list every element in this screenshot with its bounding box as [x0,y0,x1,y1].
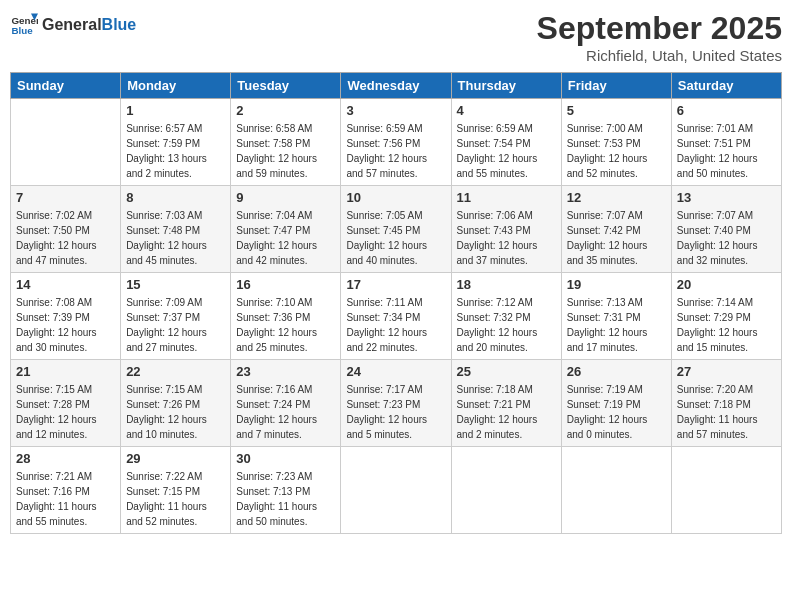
calendar-cell [341,447,451,534]
calendar-cell: 17 Sunrise: 7:11 AMSunset: 7:34 PMDaylig… [341,273,451,360]
col-thursday: Thursday [451,73,561,99]
calendar-table: Sunday Monday Tuesday Wednesday Thursday… [10,72,782,534]
day-info: Sunrise: 7:16 AMSunset: 7:24 PMDaylight:… [236,382,335,442]
col-friday: Friday [561,73,671,99]
day-info: Sunrise: 7:03 AMSunset: 7:48 PMDaylight:… [126,208,225,268]
location: Richfield, Utah, United States [537,47,782,64]
header-row: Sunday Monday Tuesday Wednesday Thursday… [11,73,782,99]
day-number: 2 [236,103,335,118]
calendar-week-2: 7 Sunrise: 7:02 AMSunset: 7:50 PMDayligh… [11,186,782,273]
day-number: 19 [567,277,666,292]
calendar-cell: 11 Sunrise: 7:06 AMSunset: 7:43 PMDaylig… [451,186,561,273]
day-info: Sunrise: 6:58 AMSunset: 7:58 PMDaylight:… [236,121,335,181]
calendar-cell: 13 Sunrise: 7:07 AMSunset: 7:40 PMDaylig… [671,186,781,273]
day-number: 22 [126,364,225,379]
calendar-cell: 28 Sunrise: 7:21 AMSunset: 7:16 PMDaylig… [11,447,121,534]
day-number: 5 [567,103,666,118]
day-number: 20 [677,277,776,292]
day-number: 14 [16,277,115,292]
title-block: September 2025 Richfield, Utah, United S… [537,10,782,64]
calendar-cell: 24 Sunrise: 7:17 AMSunset: 7:23 PMDaylig… [341,360,451,447]
day-info: Sunrise: 7:22 AMSunset: 7:15 PMDaylight:… [126,469,225,529]
day-info: Sunrise: 7:19 AMSunset: 7:19 PMDaylight:… [567,382,666,442]
day-number: 28 [16,451,115,466]
calendar-cell: 30 Sunrise: 7:23 AMSunset: 7:13 PMDaylig… [231,447,341,534]
col-saturday: Saturday [671,73,781,99]
day-number: 4 [457,103,556,118]
day-info: Sunrise: 7:14 AMSunset: 7:29 PMDaylight:… [677,295,776,355]
calendar-cell: 8 Sunrise: 7:03 AMSunset: 7:48 PMDayligh… [121,186,231,273]
calendar-cell: 7 Sunrise: 7:02 AMSunset: 7:50 PMDayligh… [11,186,121,273]
day-info: Sunrise: 6:59 AMSunset: 7:56 PMDaylight:… [346,121,445,181]
calendar-cell: 10 Sunrise: 7:05 AMSunset: 7:45 PMDaylig… [341,186,451,273]
day-info: Sunrise: 7:21 AMSunset: 7:16 PMDaylight:… [16,469,115,529]
calendar-week-3: 14 Sunrise: 7:08 AMSunset: 7:39 PMDaylig… [11,273,782,360]
day-number: 8 [126,190,225,205]
day-number: 12 [567,190,666,205]
calendar-week-4: 21 Sunrise: 7:15 AMSunset: 7:28 PMDaylig… [11,360,782,447]
calendar-cell: 23 Sunrise: 7:16 AMSunset: 7:24 PMDaylig… [231,360,341,447]
calendar-cell: 25 Sunrise: 7:18 AMSunset: 7:21 PMDaylig… [451,360,561,447]
calendar-cell: 2 Sunrise: 6:58 AMSunset: 7:58 PMDayligh… [231,99,341,186]
day-info: Sunrise: 7:04 AMSunset: 7:47 PMDaylight:… [236,208,335,268]
calendar-cell: 14 Sunrise: 7:08 AMSunset: 7:39 PMDaylig… [11,273,121,360]
day-number: 10 [346,190,445,205]
day-number: 13 [677,190,776,205]
day-info: Sunrise: 6:57 AMSunset: 7:59 PMDaylight:… [126,121,225,181]
calendar-cell: 26 Sunrise: 7:19 AMSunset: 7:19 PMDaylig… [561,360,671,447]
logo-general: General [42,16,102,33]
calendar-cell: 21 Sunrise: 7:15 AMSunset: 7:28 PMDaylig… [11,360,121,447]
day-number: 26 [567,364,666,379]
day-info: Sunrise: 7:07 AMSunset: 7:40 PMDaylight:… [677,208,776,268]
calendar-cell: 15 Sunrise: 7:09 AMSunset: 7:37 PMDaylig… [121,273,231,360]
calendar-cell: 5 Sunrise: 7:00 AMSunset: 7:53 PMDayligh… [561,99,671,186]
day-number: 7 [16,190,115,205]
day-info: Sunrise: 7:09 AMSunset: 7:37 PMDaylight:… [126,295,225,355]
day-info: Sunrise: 7:10 AMSunset: 7:36 PMDaylight:… [236,295,335,355]
calendar-cell: 12 Sunrise: 7:07 AMSunset: 7:42 PMDaylig… [561,186,671,273]
calendar-cell: 3 Sunrise: 6:59 AMSunset: 7:56 PMDayligh… [341,99,451,186]
calendar-cell [561,447,671,534]
day-number: 9 [236,190,335,205]
col-tuesday: Tuesday [231,73,341,99]
day-number: 25 [457,364,556,379]
day-info: Sunrise: 7:18 AMSunset: 7:21 PMDaylight:… [457,382,556,442]
day-number: 27 [677,364,776,379]
day-info: Sunrise: 7:17 AMSunset: 7:23 PMDaylight:… [346,382,445,442]
calendar-cell [671,447,781,534]
calendar-cell: 18 Sunrise: 7:12 AMSunset: 7:32 PMDaylig… [451,273,561,360]
day-number: 17 [346,277,445,292]
day-info: Sunrise: 7:15 AMSunset: 7:26 PMDaylight:… [126,382,225,442]
day-info: Sunrise: 7:15 AMSunset: 7:28 PMDaylight:… [16,382,115,442]
calendar-cell: 27 Sunrise: 7:20 AMSunset: 7:18 PMDaylig… [671,360,781,447]
day-number: 29 [126,451,225,466]
calendar-cell: 9 Sunrise: 7:04 AMSunset: 7:47 PMDayligh… [231,186,341,273]
day-number: 18 [457,277,556,292]
day-number: 15 [126,277,225,292]
calendar-cell: 1 Sunrise: 6:57 AMSunset: 7:59 PMDayligh… [121,99,231,186]
day-number: 16 [236,277,335,292]
day-number: 1 [126,103,225,118]
day-number: 6 [677,103,776,118]
logo-icon: General Blue [10,10,38,38]
calendar-cell: 19 Sunrise: 7:13 AMSunset: 7:31 PMDaylig… [561,273,671,360]
col-wednesday: Wednesday [341,73,451,99]
calendar-cell: 4 Sunrise: 6:59 AMSunset: 7:54 PMDayligh… [451,99,561,186]
day-info: Sunrise: 7:08 AMSunset: 7:39 PMDaylight:… [16,295,115,355]
day-info: Sunrise: 7:20 AMSunset: 7:18 PMDaylight:… [677,382,776,442]
calendar-cell [11,99,121,186]
day-number: 21 [16,364,115,379]
day-info: Sunrise: 7:07 AMSunset: 7:42 PMDaylight:… [567,208,666,268]
day-info: Sunrise: 7:05 AMSunset: 7:45 PMDaylight:… [346,208,445,268]
day-number: 30 [236,451,335,466]
col-monday: Monday [121,73,231,99]
logo: General Blue GeneralBlue [10,10,136,38]
calendar-week-5: 28 Sunrise: 7:21 AMSunset: 7:16 PMDaylig… [11,447,782,534]
day-info: Sunrise: 7:13 AMSunset: 7:31 PMDaylight:… [567,295,666,355]
day-info: Sunrise: 7:12 AMSunset: 7:32 PMDaylight:… [457,295,556,355]
day-number: 11 [457,190,556,205]
month-title: September 2025 [537,10,782,47]
day-info: Sunrise: 7:06 AMSunset: 7:43 PMDaylight:… [457,208,556,268]
day-number: 24 [346,364,445,379]
day-info: Sunrise: 7:01 AMSunset: 7:51 PMDaylight:… [677,121,776,181]
